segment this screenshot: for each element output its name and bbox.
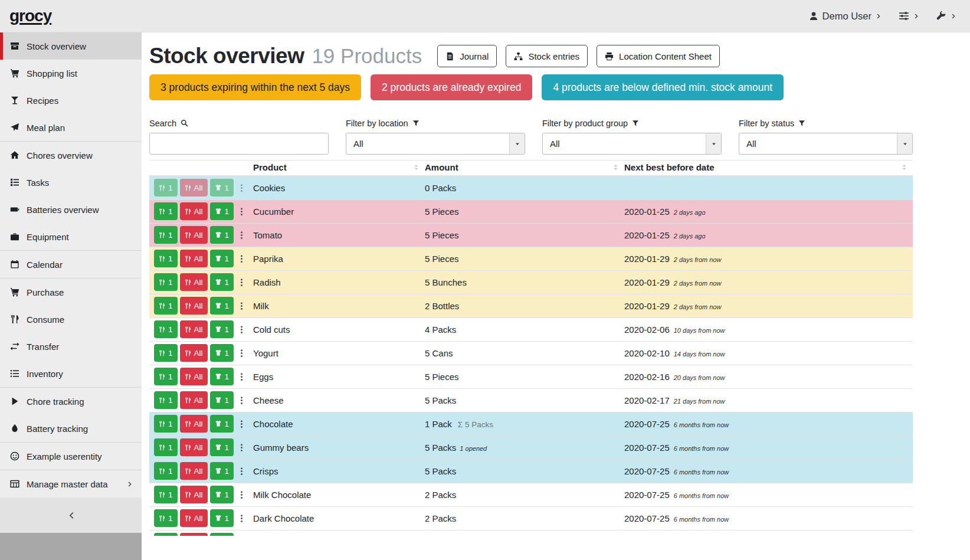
consume-one-button[interactable]: 1 [154, 250, 178, 267]
open-one-button[interactable]: 1 [210, 368, 234, 385]
open-one-button[interactable]: 1 [210, 486, 234, 503]
sidebar-item-manage-master-data[interactable]: Manage master data [0, 470, 142, 497]
sidebar-item-calendar[interactable]: Calendar [0, 251, 142, 278]
consume-all-button[interactable]: All [180, 320, 208, 338]
row-menu-button[interactable] [236, 226, 247, 244]
journal-button[interactable]: Journal [437, 45, 497, 67]
product-name[interactable]: Cookies [253, 176, 425, 199]
consume-one-button[interactable]: 1 [154, 320, 178, 338]
consume-one-button[interactable]: 1 [154, 486, 178, 503]
consume-one-button[interactable]: 1 [154, 509, 178, 527]
open-one-button[interactable]: 1 [210, 533, 234, 536]
sidebar-item-chores-overview[interactable]: Chores overview [0, 142, 142, 169]
row-menu-button[interactable] [236, 297, 247, 315]
open-one-button[interactable]: 1 [210, 320, 234, 338]
open-one-button[interactable]: 1 [210, 297, 234, 315]
consume-all-button[interactable]: All [180, 179, 208, 197]
sidebar-item-stock-overview[interactable]: Stock overview [0, 32, 142, 60]
consume-one-button[interactable]: 1 [154, 368, 178, 385]
row-menu-button[interactable] [236, 250, 247, 267]
consume-one-button[interactable]: 1 [154, 226, 178, 244]
location-content-sheet-button[interactable]: Location Content Sheet [597, 45, 720, 67]
sidebar-item-purchase[interactable]: Purchase [0, 279, 142, 306]
banner-warning[interactable]: 3 products expiring within the next 5 da… [149, 74, 361, 100]
sidebar-item-inventory[interactable]: Inventory [0, 360, 142, 387]
stock-entries-button[interactable]: Stock entries [506, 45, 588, 67]
sidebar-item-meal-plan[interactable]: Meal plan [0, 114, 142, 141]
grocy-logo[interactable]: grocy [9, 6, 51, 25]
consume-all-button[interactable]: All [180, 273, 208, 291]
open-one-button[interactable]: 1 [210, 226, 234, 244]
row-menu-button[interactable] [236, 415, 247, 433]
sort-icon[interactable] [412, 163, 420, 171]
consume-one-button[interactable]: 1 [154, 415, 178, 433]
consume-all-button[interactable]: All [180, 368, 208, 385]
sidebar-item-recipes[interactable]: Recipes [0, 87, 142, 114]
banner-info[interactable]: 4 products are below defined min. stock … [542, 74, 784, 100]
row-menu-button[interactable] [236, 462, 247, 480]
sidebar-item-transfer[interactable]: Transfer [0, 333, 142, 360]
consume-all-button[interactable]: All [180, 415, 208, 433]
sidebar-item-tasks[interactable]: Tasks [0, 169, 142, 196]
row-menu-button[interactable] [236, 344, 247, 362]
row-menu-button[interactable] [236, 391, 247, 409]
banner-danger[interactable]: 2 products are already expired [371, 74, 532, 100]
product-group-select[interactable]: All [542, 133, 722, 155]
product-name[interactable]: Paprika [253, 247, 425, 270]
consume-one-button[interactable]: 1 [154, 533, 178, 536]
product-name[interactable]: Cold cuts [253, 317, 425, 341]
consume-all-button[interactable]: All [180, 438, 208, 456]
product-name[interactable]: Radish [253, 270, 425, 294]
sidebar-item-batteries-overview[interactable]: Batteries overview [0, 196, 142, 223]
consume-one-button[interactable]: 1 [154, 391, 178, 409]
sidebar-item-example-userentity[interactable]: Example userentity [0, 443, 142, 470]
sidebar-collapse-button[interactable] [0, 497, 142, 533]
product-name[interactable]: Dark Chocolate [253, 506, 425, 530]
consume-one-button[interactable]: 1 [154, 297, 178, 315]
sidebar-item-battery-tracking[interactable]: Battery tracking [0, 415, 142, 442]
product-name[interactable]: Milk [253, 294, 425, 317]
product-name[interactable]: Cheese [253, 388, 425, 412]
product-name[interactable]: Crisps [253, 459, 425, 483]
row-menu-button[interactable] [236, 273, 247, 291]
location-select[interactable]: All [346, 133, 525, 155]
open-one-button[interactable]: 1 [210, 391, 234, 409]
row-menu-button[interactable] [236, 368, 247, 385]
product-name[interactable]: Cucumber [253, 199, 425, 223]
open-one-button[interactable]: 1 [210, 438, 234, 456]
consume-one-button[interactable]: 1 [154, 202, 178, 220]
consume-one-button[interactable]: 1 [154, 344, 178, 362]
admin-menu[interactable] [936, 11, 957, 21]
column-header-best-before[interactable]: Next best before date [624, 161, 913, 176]
sort-icon[interactable] [900, 163, 908, 171]
row-menu-button[interactable] [236, 438, 247, 456]
column-header-product[interactable]: Product [253, 161, 425, 176]
consume-one-button[interactable]: 1 [154, 273, 178, 291]
user-menu[interactable]: Demo User [809, 11, 882, 22]
sidebar-item-equipment[interactable]: Equipment [0, 223, 142, 250]
open-one-button[interactable]: 1 [210, 344, 234, 362]
sidebar-item-shopping-list[interactable]: Shopping list [0, 60, 142, 87]
product-name[interactable]: Chocolate [253, 412, 425, 435]
product-name[interactable]: Yogurt [253, 341, 425, 365]
open-one-button[interactable]: 1 [210, 250, 234, 267]
row-menu-button[interactable] [236, 509, 247, 527]
row-menu-button[interactable] [236, 486, 247, 503]
row-menu-button[interactable] [236, 202, 247, 220]
column-header-amount[interactable]: Amount [425, 161, 624, 176]
consume-one-button[interactable]: 1 [154, 462, 178, 480]
settings-menu[interactable] [899, 11, 920, 21]
product-name[interactable]: Gummy bears [253, 435, 425, 459]
consume-all-button[interactable]: All [180, 297, 208, 315]
sort-icon[interactable] [612, 163, 620, 171]
consume-one-button[interactable]: 1 [154, 179, 178, 197]
open-one-button[interactable]: 1 [210, 415, 234, 433]
sidebar-item-chore-tracking[interactable]: Chore tracking [0, 388, 142, 415]
search-input[interactable] [149, 133, 329, 155]
row-menu-button[interactable] [236, 533, 247, 536]
consume-all-button[interactable]: All [180, 226, 208, 244]
open-one-button[interactable]: 1 [210, 179, 234, 197]
consume-all-button[interactable]: All [180, 391, 208, 409]
product-name[interactable] [253, 530, 425, 536]
row-menu-button[interactable] [236, 179, 247, 197]
